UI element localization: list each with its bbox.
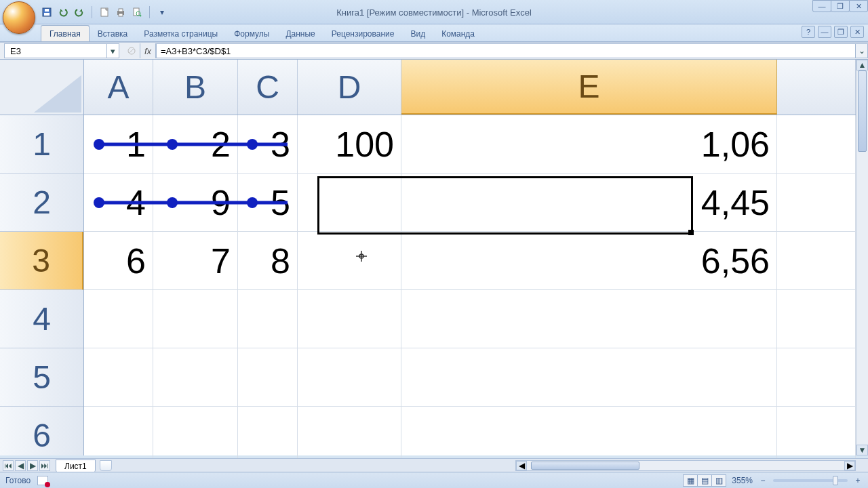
cell-blank[interactable] xyxy=(777,232,856,290)
cell-d3[interactable] xyxy=(298,232,401,290)
formula-bar-expand-icon[interactable]: ⌄ xyxy=(856,43,868,58)
cell-d2[interactable] xyxy=(298,174,401,232)
cell-a5[interactable] xyxy=(84,348,153,407)
cell-blank[interactable] xyxy=(777,290,856,348)
col-header-d[interactable]: D xyxy=(298,60,401,115)
maximize-button[interactable]: ❐ xyxy=(831,0,850,12)
close-button[interactable]: ✕ xyxy=(849,0,868,12)
zoom-level[interactable]: 355% xyxy=(732,476,753,485)
cell-c6[interactable] xyxy=(238,407,298,465)
cell-e1[interactable]: 1,06 xyxy=(401,115,777,174)
macro-record-icon[interactable] xyxy=(37,476,48,485)
cell-a4[interactable] xyxy=(84,290,153,348)
scroll-right-icon[interactable]: ▶ xyxy=(844,461,855,470)
save-icon[interactable] xyxy=(41,6,53,18)
print-icon[interactable] xyxy=(115,6,127,18)
cell-e3[interactable]: 6,56 xyxy=(401,232,777,290)
view-normal-icon[interactable]: ▦ xyxy=(683,474,698,487)
cell-e2[interactable]: 4,45 xyxy=(401,174,777,232)
col-header-e[interactable]: E xyxy=(401,60,777,115)
row-header-4[interactable]: 4 xyxy=(0,290,83,348)
cell-a2[interactable]: 4 xyxy=(84,174,153,232)
zoom-in-button[interactable]: + xyxy=(853,476,863,485)
row-header-5[interactable]: 5 xyxy=(0,348,83,407)
cell-b4[interactable] xyxy=(153,290,238,348)
new-icon[interactable] xyxy=(98,6,111,18)
cell-a3[interactable]: 6 xyxy=(84,232,153,290)
undo-icon[interactable] xyxy=(57,6,69,18)
cell-blank[interactable] xyxy=(777,407,856,465)
row-header-1[interactable]: 1 xyxy=(0,115,83,174)
row-header-3[interactable]: 3 xyxy=(0,232,83,290)
print-preview-icon[interactable] xyxy=(131,6,143,18)
qat-customize-icon[interactable]: ▾ xyxy=(156,6,168,18)
sheet-tab-1[interactable]: Лист1 xyxy=(56,460,96,472)
scroll-up-icon[interactable]: ▲ xyxy=(856,60,868,70)
zoom-out-button[interactable]: − xyxy=(758,476,768,485)
name-box-dropdown-icon[interactable]: ▾ xyxy=(106,44,119,58)
cell-b5[interactable] xyxy=(153,348,238,407)
help-button[interactable]: ? xyxy=(802,26,815,38)
col-header-b[interactable]: B xyxy=(153,60,238,115)
zoom-slider[interactable] xyxy=(773,479,848,482)
cell-blank[interactable] xyxy=(777,348,856,407)
scroll-left-icon[interactable]: ◀ xyxy=(516,461,527,470)
hscroll-thumb[interactable] xyxy=(531,462,639,470)
cell-c5[interactable] xyxy=(238,348,298,407)
cell-e4[interactable] xyxy=(401,290,777,348)
cell-c1[interactable]: 3 xyxy=(238,115,298,174)
cell-b3[interactable]: 7 xyxy=(153,232,238,290)
cell-blank[interactable] xyxy=(777,115,856,174)
tab-formulas[interactable]: Формулы xyxy=(226,26,277,41)
col-header-blank[interactable] xyxy=(777,60,856,115)
cell-blank[interactable] xyxy=(777,174,856,232)
cell-b1[interactable]: 2 xyxy=(153,115,238,174)
tab-view[interactable]: Вид xyxy=(402,26,433,41)
sheet-nav-prev-icon[interactable]: ◀ xyxy=(15,460,26,471)
row-header-6[interactable]: 6 xyxy=(0,407,83,465)
cell-c4[interactable] xyxy=(238,290,298,348)
cell-d5[interactable] xyxy=(298,348,401,407)
new-sheet-button[interactable] xyxy=(100,460,112,471)
cell-d1[interactable]: 100 xyxy=(298,115,401,174)
cell-a6[interactable] xyxy=(84,407,153,465)
cell-a1[interactable]: 1 xyxy=(84,115,153,174)
vertical-scrollbar[interactable]: ▲ ▼ xyxy=(856,60,868,455)
tab-home[interactable]: Главная xyxy=(41,25,90,41)
cell-b6[interactable] xyxy=(153,407,238,465)
view-page-break-icon[interactable]: ▥ xyxy=(711,474,726,487)
sheet-nav-last-icon[interactable]: ⏭ xyxy=(39,460,50,471)
cell-e5[interactable] xyxy=(401,348,777,407)
horizontal-scrollbar[interactable]: ◀ ▶ xyxy=(515,460,856,471)
office-button[interactable] xyxy=(3,1,35,34)
select-all-corner[interactable] xyxy=(0,60,84,115)
col-header-c[interactable]: C xyxy=(238,60,298,115)
cancel-formula-icon[interactable] xyxy=(123,43,140,58)
name-box[interactable]: E3 ▾ xyxy=(4,43,119,58)
view-page-layout-icon[interactable]: ▤ xyxy=(697,474,712,487)
col-header-a[interactable]: A xyxy=(84,60,153,115)
minimize-button[interactable]: — xyxy=(812,0,831,12)
cell-c3[interactable]: 8 xyxy=(238,232,298,290)
vscroll-thumb[interactable] xyxy=(858,70,867,152)
tab-page-layout[interactable]: Разметка страницы xyxy=(136,26,226,41)
scroll-down-icon[interactable]: ▼ xyxy=(856,445,868,455)
cell-c2[interactable]: 5 xyxy=(238,174,298,232)
tab-review[interactable]: Рецензирование xyxy=(323,26,403,41)
cell-d6[interactable] xyxy=(298,407,401,465)
sheet-nav-next-icon[interactable]: ▶ xyxy=(27,460,38,471)
cell-b2[interactable]: 9 xyxy=(153,174,238,232)
sheet-nav-first-icon[interactable]: ⏮ xyxy=(3,460,14,471)
fx-button[interactable]: fx xyxy=(140,43,156,58)
ribbon-minimize-button[interactable]: — xyxy=(818,26,831,38)
tab-insert[interactable]: Вставка xyxy=(90,26,136,41)
tab-team[interactable]: Команда xyxy=(433,26,483,41)
workbook-restore-button[interactable]: ❐ xyxy=(834,26,848,38)
cell-e6[interactable] xyxy=(401,407,777,465)
zoom-slider-thumb[interactable] xyxy=(833,476,838,485)
workbook-close-button[interactable]: ✕ xyxy=(850,26,864,38)
redo-icon[interactable] xyxy=(73,6,85,18)
formula-input[interactable]: =A3+B3*C3/$D$1 xyxy=(156,43,856,58)
cell-d4[interactable] xyxy=(298,290,401,348)
row-header-2[interactable]: 2 xyxy=(0,174,83,232)
